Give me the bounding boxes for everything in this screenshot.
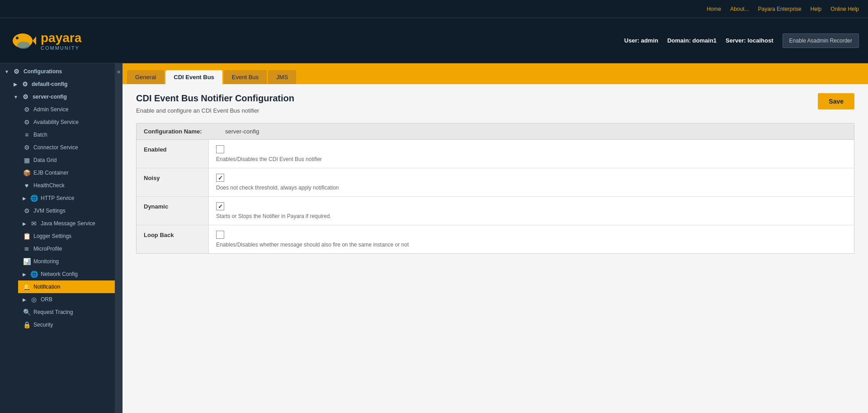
sidebar-item-java-message-service[interactable]: ▶ ✉ Java Message Service (18, 217, 115, 230)
sidebar-item-ejb-container[interactable]: 📦 EJB Container (18, 166, 115, 179)
header: payara COMMUNITY User: admin Domain: dom… (0, 18, 868, 63)
batch-label: Batch (33, 132, 47, 138)
request-tracing-label: Request Tracing (33, 309, 73, 315)
loop-back-field-content: Enables/Disables whether message should … (209, 225, 854, 253)
server-config-icon: ⚙ (22, 93, 30, 100)
server-config-arrow-icon: ▼ (14, 95, 18, 100)
sidebar-default-config-header[interactable]: ▶ ⚙ default-config (9, 78, 115, 90)
configurations-arrow-icon: ▼ (5, 69, 9, 74)
sidebar-collapse-handle[interactable]: « (115, 63, 123, 413)
security-icon: 🔒 (23, 321, 31, 328)
enabled-field-desc: Enables/Disables the CDI Event Bus notif… (216, 156, 847, 162)
help-link[interactable]: Help (811, 6, 822, 12)
content-area: General CDI Event Bus Event Bus JMS CDI … (123, 63, 868, 413)
java-message-service-icon: ✉ (30, 220, 38, 227)
config-row-enabled: Enabled Enables/Disables the CDI Event B… (137, 140, 854, 168)
connector-service-icon: ⚙ (23, 144, 31, 151)
availability-service-label: Availability Service (33, 119, 79, 125)
server-config-label: server-config (33, 94, 67, 100)
top-navigation: Home About... Payara Enterprise Help Onl… (0, 0, 868, 18)
jvm-settings-icon: ⚙ (23, 207, 31, 214)
logger-settings-label: Logger Settings (33, 233, 71, 239)
sidebar-item-connector-service[interactable]: ⚙ Connector Service (18, 141, 115, 154)
page-description: Enable and configure an CDI Event Bus no… (136, 107, 294, 114)
sidebar-item-request-tracing[interactable]: 🔍 Request Tracing (18, 306, 115, 318)
default-config-icon: ⚙ (21, 81, 29, 88)
sidebar-configurations-section: ▼ ⚙ Configurations ▶ ⚙ default-config ▼ … (0, 63, 115, 333)
monitoring-label: Monitoring (33, 258, 59, 265)
collapse-arrow-icon: « (117, 68, 121, 75)
user-info: User: admin (624, 37, 658, 44)
sidebar-item-data-grid[interactable]: ▦ Data Grid (18, 154, 115, 166)
ejb-container-icon: 📦 (23, 169, 31, 176)
healthcheck-label: HealthCheck (33, 182, 65, 189)
noisy-field-label: Noisy (137, 168, 209, 196)
logo-edition-label: COMMUNITY (41, 45, 81, 51)
orb-label: ORB (41, 296, 52, 303)
noisy-checkbox[interactable] (216, 174, 224, 182)
config-row-dynamic: Dynamic Starts or Stops the Notifier in … (137, 197, 854, 225)
config-section: Configuration Name: server-config Enable… (136, 123, 854, 254)
loop-back-checkbox[interactable] (216, 231, 224, 239)
sidebar-server-config-children: ⚙ Admin Service ⚙ Availability Service ≡… (9, 103, 115, 331)
payara-enterprise-link[interactable]: Payara Enterprise (758, 6, 802, 12)
tabs-bar: General CDI Event Bus Event Bus JMS (123, 63, 868, 84)
availability-service-icon: ⚙ (23, 119, 31, 126)
notification-icon: 🔔 (23, 283, 31, 290)
sidebar-configurations-children: ▶ ⚙ default-config ▼ ⚙ server-config ⚙ A… (0, 78, 115, 331)
tab-jms[interactable]: JMS (268, 70, 296, 84)
sidebar: ▼ ⚙ Configurations ▶ ⚙ default-config ▼ … (0, 63, 115, 413)
page-title: CDI Event Bus Notifier Configuration (136, 93, 294, 104)
sidebar-item-healthcheck[interactable]: ♥ HealthCheck (18, 179, 115, 192)
network-config-label: Network Config (41, 271, 78, 277)
dynamic-checkbox[interactable] (216, 202, 224, 210)
sidebar-configurations-header[interactable]: ▼ ⚙ Configurations (0, 65, 115, 78)
data-grid-label: Data Grid (33, 157, 57, 163)
sidebar-server-config-header[interactable]: ▼ ⚙ server-config (9, 90, 115, 103)
sidebar-item-jvm-settings[interactable]: ⚙ JVM Settings (18, 204, 115, 217)
loop-back-field-desc: Enables/Disables whether message should … (216, 242, 847, 248)
server-label: Server: (726, 37, 746, 44)
sidebar-item-network-config[interactable]: ▶ 🌐 Network Config (18, 268, 115, 280)
payara-logo-icon (9, 28, 36, 53)
logger-settings-icon: 📋 (23, 233, 31, 240)
batch-icon: ≡ (23, 131, 31, 138)
save-button[interactable]: Save (818, 93, 854, 109)
microprofile-label: MicroProfile (33, 246, 62, 252)
sidebar-item-monitoring[interactable]: 📊 Monitoring (18, 255, 115, 268)
enabled-checkbox[interactable] (216, 145, 224, 153)
config-name-label: Configuration Name: (144, 128, 216, 135)
network-config-arrow-icon: ▶ (23, 272, 26, 277)
logo-area: payara COMMUNITY (9, 28, 81, 53)
sidebar-item-availability-service[interactable]: ⚙ Availability Service (18, 116, 115, 128)
user-label: User: (624, 37, 639, 44)
configurations-label: Configurations (24, 68, 62, 75)
logo-text: payara COMMUNITY (41, 31, 81, 51)
sidebar-item-batch[interactable]: ≡ Batch (18, 128, 115, 141)
tab-cdi-event-bus[interactable]: CDI Event Bus (165, 70, 222, 84)
online-help-link[interactable]: Online Help (830, 6, 859, 12)
jvm-settings-label: JVM Settings (33, 208, 66, 214)
main-layout: ▼ ⚙ Configurations ▶ ⚙ default-config ▼ … (0, 63, 868, 413)
sidebar-item-orb[interactable]: ▶ ◎ ORB (18, 293, 115, 306)
configurations-icon: ⚙ (13, 68, 21, 75)
config-name-value: server-config (225, 128, 259, 135)
tab-general[interactable]: General (127, 70, 164, 84)
network-config-icon: 🌐 (30, 271, 38, 278)
domain-label: Domain: (667, 37, 691, 44)
sidebar-item-http-service[interactable]: ▶ 🌐 HTTP Service (18, 192, 115, 204)
noisy-field-content: Does not check threshold, always apply n… (209, 168, 854, 196)
notification-label: Notification (33, 284, 60, 290)
domain-info: Domain: domain1 (667, 37, 717, 44)
ejb-container-label: EJB Container (33, 170, 68, 176)
sidebar-item-microprofile[interactable]: ≋ MicroProfile (18, 242, 115, 255)
sidebar-item-notification[interactable]: 🔔 Notification (18, 280, 115, 293)
enable-asadmin-recorder-button[interactable]: Enable Asadmin Recorder (783, 33, 859, 48)
tab-event-bus[interactable]: Event Bus (224, 70, 267, 84)
sidebar-item-logger-settings[interactable]: 📋 Logger Settings (18, 230, 115, 242)
sidebar-item-admin-service[interactable]: ⚙ Admin Service (18, 103, 115, 116)
about-link[interactable]: About... (730, 6, 749, 12)
home-link[interactable]: Home (707, 6, 721, 12)
microprofile-icon: ≋ (23, 245, 31, 252)
sidebar-item-security[interactable]: 🔒 Security (18, 318, 115, 331)
